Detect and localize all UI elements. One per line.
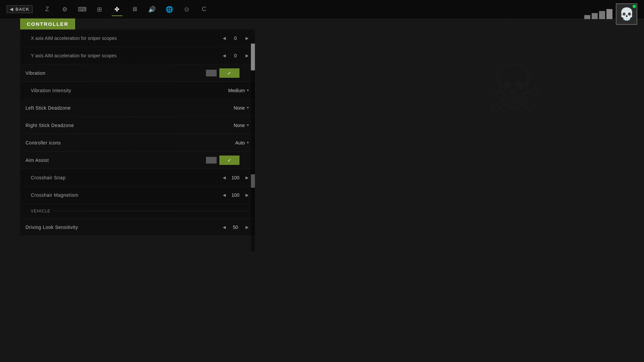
x-axis-label: X axis AIM acceleration for sniper scope… [31,36,221,41]
status-bar-2 [592,13,598,19]
setting-row-crosshair-magnetism: Crosshair Magnetism ◀ 100 ▶ [20,186,255,204]
setting-row-controller-icons: Controller icons Auto ▼ [20,134,255,152]
left-deadzone-value: None [234,105,245,111]
crosshair-magnetism-increase[interactable]: ▶ [244,193,250,197]
vibration-label: Vibration [25,70,196,76]
vibration-control: ✓ [196,68,250,78]
setting-row-vibration: Vibration ✓ [20,64,255,82]
aim-assist-toggle[interactable]: ✓ [219,156,239,165]
nav-sound-icon[interactable]: 🔊 [147,4,157,15]
nav-globe-icon[interactable]: 🌐 [164,4,175,15]
left-deadzone-control[interactable]: None ▼ [209,105,250,111]
right-deadzone-label: Right Stick Deadzone [25,123,209,128]
controller-icons-value: Auto [235,140,245,145]
controller-icons-control[interactable]: Auto ▼ [209,140,250,145]
vibration-intensity-label: Vibration Intensity [31,88,209,93]
nav-c-icon[interactable]: C [199,4,210,15]
crosshair-magnetism-label: Crosshair Magnetism [31,192,221,198]
setting-row-y-axis: Y axis AIM acceleration for sniper scope… [20,47,255,64]
x-axis-decrease[interactable]: ◀ [221,36,227,41]
setting-row-aim-assist: Aim Assist ✓ [20,152,255,169]
y-axis-control: ◀ 0 ▶ [221,53,250,58]
driving-look-decrease[interactable]: ◀ [221,225,227,230]
avatar[interactable]: 💀 [616,3,637,25]
left-deadzone-arrow: ▼ [246,106,250,110]
y-axis-label: Y axis AIM acceleration for sniper scope… [31,53,221,58]
setting-row-left-deadzone: Left Stick Deadzone None ▼ [20,99,255,117]
back-icon: ◀ [10,7,13,12]
left-deadzone-label: Left Stick Deadzone [25,105,209,111]
crosshair-magnetism-control: ◀ 100 ▶ [221,192,250,198]
bg-skull-watermark: ☠ [483,50,543,128]
settings-list: X axis AIM acceleration for sniper scope… [20,29,255,236]
y-axis-value: 0 [229,53,242,58]
scroll-track [251,44,255,251]
scroll-thumb-lower[interactable] [251,174,255,188]
back-label: BACK [15,7,30,12]
nav-grid-icon[interactable]: ⊞ [94,4,105,15]
crosshair-magnetism-decrease[interactable]: ◀ [221,193,227,197]
status-bar-3 [599,11,605,19]
vehicle-section-header: Vehicle [20,204,255,219]
nav-monitor-icon[interactable]: 🖥 [129,4,140,15]
crosshair-snap-decrease[interactable]: ◀ [221,175,227,180]
setting-row-x-axis: X axis AIM acceleration for sniper scope… [20,29,255,47]
online-indicator [633,5,636,8]
vehicle-label: Vehicle [31,209,50,214]
x-axis-value: 0 [229,36,242,41]
scroll-thumb-upper[interactable] [251,44,255,70]
setting-row-crosshair-snap: Crosshair Snap ◀ 100 ▶ [20,169,255,186]
status-bar-1 [584,15,590,19]
controller-tab[interactable]: CONTROLLER [20,18,75,29]
top-bar: ◀ BACK Z ⚙ ⌨ ⊞ ✤ 🖥 🔊 🌐 ⊙ C [0,0,644,18]
right-deadzone-control[interactable]: None ▼ [209,123,250,128]
aim-assist-label: Aim Assist [25,158,196,163]
setting-row-right-deadzone: Right Stick Deadzone None ▼ [20,117,255,134]
status-bars [584,9,612,19]
vibration-intensity-control[interactable]: Medium ▼ [209,88,250,93]
driving-look-control: ◀ 50 ▶ [221,225,250,230]
setting-row-vibration-intensity: Vibration Intensity Medium ▼ [20,82,255,99]
crosshair-snap-control: ◀ 100 ▶ [221,175,250,180]
nav-z-icon[interactable]: Z [42,4,53,15]
vibration-toggle-off-part [206,70,217,76]
nav-gear-icon[interactable]: ⚙ [59,4,70,15]
controller-tab-label: CONTROLLER [27,21,68,27]
aim-assist-toggle-off-part [206,157,217,164]
crosshair-snap-value: 100 [229,175,242,180]
right-deadzone-arrow: ▼ [246,123,250,127]
vibration-toggle[interactable]: ✓ [219,68,239,78]
controller-icons-label: Controller icons [25,140,209,145]
driving-look-label: Driving Look Sensitivity [25,225,221,230]
crosshair-snap-label: Crosshair Snap [31,175,221,180]
driving-look-value: 50 [229,225,242,230]
vibration-intensity-value: Medium [228,88,245,93]
vibration-checkmark: ✓ [227,70,231,76]
status-bar-4 [606,9,612,19]
vehicle-divider-line [53,211,250,211]
aim-assist-checkmark: ✓ [227,158,231,163]
y-axis-increase[interactable]: ▶ [244,53,250,58]
controller-icons-arrow: ▼ [246,141,250,144]
x-axis-increase[interactable]: ▶ [244,36,250,41]
aim-assist-control: ✓ [196,156,250,165]
driving-look-increase[interactable]: ▶ [244,225,250,230]
nav-accessibility-icon[interactable]: ⊙ [181,4,192,15]
x-axis-control: ◀ 0 ▶ [221,36,250,41]
y-axis-decrease[interactable]: ◀ [221,53,227,58]
crosshair-magnetism-value: 100 [229,192,242,198]
right-deadzone-value: None [234,123,245,128]
nav-keyboard-icon[interactable]: ⌨ [77,4,88,15]
setting-row-driving-look: Driving Look Sensitivity ◀ 50 ▶ [20,219,255,236]
nav-gamepad-icon[interactable]: ✤ [112,4,122,15]
nav-icons: Z ⚙ ⌨ ⊞ ✤ 🖥 🔊 🌐 ⊙ C [42,4,210,15]
back-button[interactable]: ◀ BACK [7,5,33,13]
main-content: CONTROLLER X axis AIM acceleration for s… [20,18,255,362]
vibration-intensity-arrow: ▼ [246,88,250,92]
crosshair-snap-increase[interactable]: ▶ [244,175,250,180]
user-area: 💀 [584,3,637,25]
avatar-skull-icon: 💀 [619,7,634,21]
